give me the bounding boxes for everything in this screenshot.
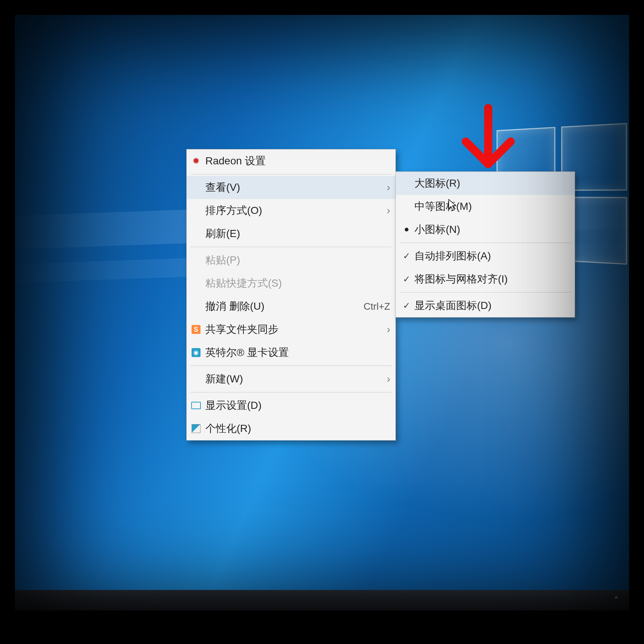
check-icon	[401, 274, 412, 285]
taskbar[interactable]: ˄	[15, 590, 629, 610]
menu-item-label: 粘贴(P)	[205, 253, 390, 267]
menu-item-label: Radeon 设置	[205, 154, 390, 168]
menu-item-label: 将图标与网格对齐(I)	[414, 272, 569, 286]
menu-item-label: 共享文件夹同步	[205, 322, 387, 337]
monitor-frame: ✹ Radeon 设置 查看(V) › 排序方式(O) › 刷新(E) 粘贴(P…	[0, 0, 644, 644]
view-submenu: 大图标(R) 中等图标(M) 小图标(N) 自动排列图标(A) 将图标与网格对齐…	[395, 171, 575, 318]
menu-separator	[400, 243, 571, 243]
menu-item-label: 显示桌面图标(D)	[414, 299, 569, 313]
menu-item-label: 撤消 删除(U)	[205, 299, 356, 313]
screen: ✹ Radeon 设置 查看(V) › 排序方式(O) › 刷新(E) 粘贴(P…	[15, 15, 629, 610]
menu-item-label: 刷新(E)	[205, 227, 390, 241]
menu-item-label: 英特尔® 显卡设置	[205, 345, 390, 360]
menu-item-label: 粘贴快捷方式(S)	[205, 276, 390, 290]
menu-item-display-settings[interactable]: 显示设置(D)	[187, 394, 395, 417]
submenu-item-auto-arrange[interactable]: 自动排列图标(A)	[396, 244, 575, 268]
menu-separator	[190, 392, 392, 392]
menu-item-share-folder-sync[interactable]: S 共享文件夹同步 ›	[187, 318, 395, 341]
menu-item-radeon-settings[interactable]: ✹ Radeon 设置	[187, 149, 395, 173]
menu-item-view[interactable]: 查看(V) ›	[187, 176, 395, 199]
radio-icon	[401, 178, 412, 189]
menu-item-shortcut: Ctrl+Z	[364, 301, 391, 312]
menu-item-label: 中等图标(M)	[414, 199, 569, 214]
submenu-item-small-icons[interactable]: 小图标(N)	[396, 218, 575, 241]
radio-selected-icon	[401, 224, 412, 235]
display-icon	[190, 400, 202, 411]
menu-item-paste-shortcut: 粘贴快捷方式(S)	[187, 272, 395, 295]
menu-item-undo-delete[interactable]: 撤消 删除(U) Ctrl+Z	[187, 295, 395, 318]
menu-item-label: 显示设置(D)	[205, 398, 390, 413]
personalize-icon	[190, 423, 202, 434]
tray-chevron-up-icon[interactable]: ˄	[614, 595, 619, 607]
submenu-item-align-to-grid[interactable]: 将图标与网格对齐(I)	[396, 268, 575, 291]
annotation-arrow-icon	[447, 101, 529, 183]
menu-separator	[190, 247, 392, 247]
menu-item-label: 自动排列图标(A)	[414, 249, 569, 263]
menu-item-label: 个性化(R)	[205, 422, 390, 436]
menu-item-refresh[interactable]: 刷新(E)	[187, 222, 395, 245]
submenu-item-medium-icons[interactable]: 中等图标(M)	[396, 195, 575, 218]
desktop-context-menu: ✹ Radeon 设置 查看(V) › 排序方式(O) › 刷新(E) 粘贴(P…	[186, 149, 396, 441]
menu-item-label: 小图标(N)	[414, 222, 569, 237]
menu-separator	[190, 366, 392, 366]
menu-item-personalize[interactable]: 个性化(R)	[187, 417, 395, 440]
check-icon	[401, 250, 412, 262]
share-icon: S	[190, 324, 202, 335]
radeon-icon: ✹	[190, 155, 202, 167]
menu-item-sort-by[interactable]: 排序方式(O) ›	[187, 199, 395, 222]
menu-separator	[190, 174, 392, 174]
intel-icon: ◉	[190, 347, 202, 358]
check-icon	[401, 300, 412, 311]
menu-item-label: 查看(V)	[205, 180, 387, 195]
menu-item-label: 新建(W)	[205, 372, 387, 386]
submenu-arrow-icon: ›	[387, 181, 390, 193]
menu-item-paste: 粘贴(P)	[187, 249, 395, 272]
submenu-arrow-icon: ›	[387, 323, 390, 335]
menu-separator	[400, 292, 571, 293]
menu-item-label: 排序方式(O)	[205, 203, 387, 218]
menu-item-intel-graphics[interactable]: ◉ 英特尔® 显卡设置	[187, 341, 395, 364]
menu-item-new[interactable]: 新建(W) ›	[187, 367, 395, 391]
submenu-item-show-desktop-icons[interactable]: 显示桌面图标(D)	[396, 294, 575, 317]
submenu-arrow-icon: ›	[387, 373, 390, 385]
radio-icon	[401, 201, 412, 212]
submenu-arrow-icon: ›	[387, 205, 390, 217]
